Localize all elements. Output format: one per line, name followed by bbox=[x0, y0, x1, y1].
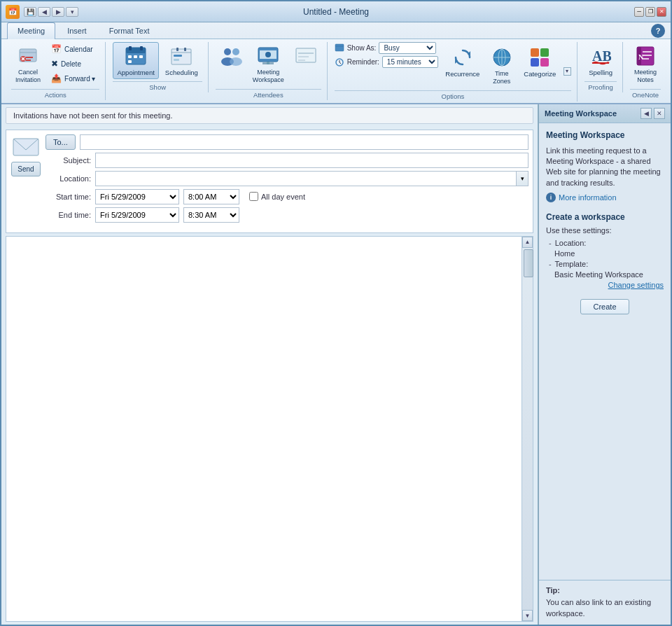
svg-point-23 bbox=[232, 48, 239, 55]
scheduling-icon bbox=[170, 45, 192, 67]
body-text-editor[interactable] bbox=[6, 237, 522, 621]
scroll-down-button[interactable]: ▼ bbox=[522, 610, 533, 621]
attendees-group-label: Attendees bbox=[216, 89, 321, 99]
end-time-row: End time: Fri 5/29/2009 8:30 AM bbox=[46, 207, 528, 223]
appointment-icon bbox=[125, 45, 147, 67]
svg-point-27 bbox=[265, 52, 271, 57]
options-expand-button[interactable]: ▾ bbox=[564, 67, 571, 76]
more-info-link[interactable]: i More information bbox=[546, 193, 664, 202]
ribbon-group-show: Appointment bbox=[107, 42, 208, 92]
categorize-icon bbox=[528, 46, 551, 69]
svg-rect-19 bbox=[184, 48, 186, 51]
svg-point-21 bbox=[224, 48, 231, 55]
nav-save-btn[interactable]: 💾 bbox=[24, 7, 36, 17]
tab-format-text[interactable]: Format Text bbox=[99, 22, 160, 39]
time-zones-button[interactable]: TimeZones bbox=[487, 43, 517, 88]
meeting-notes-button[interactable]: N MeetingNotes bbox=[630, 42, 661, 87]
more-info-label: More information bbox=[559, 193, 617, 202]
reminder-select[interactable]: 15 minutes None 5 minutes 10 minutes 30 … bbox=[382, 56, 438, 68]
to-input[interactable] bbox=[80, 134, 528, 150]
tab-meeting[interactable]: Meeting bbox=[7, 22, 55, 39]
help-button[interactable]: ? bbox=[651, 24, 665, 38]
subject-label: Subject: bbox=[46, 156, 91, 165]
to-row: To... bbox=[46, 134, 528, 150]
right-panel-header: Meeting Workspace ◀ ✕ bbox=[539, 104, 671, 123]
tab-insert[interactable]: Insert bbox=[57, 22, 97, 39]
restore-button[interactable]: ❐ bbox=[645, 7, 655, 17]
title-bar-left: 📅 💾 ◀ ▶ ▾ bbox=[6, 5, 78, 19]
ribbon-group-options: Show As: Busy Free Tentative Out of Offi… bbox=[329, 42, 578, 102]
notification-bar: Invitations have not been sent for this … bbox=[6, 107, 533, 124]
spelling-button[interactable]: ABC Spelling bbox=[584, 42, 617, 79]
scheduling-button[interactable]: Scheduling bbox=[161, 42, 202, 79]
ribbon-group-proofing: ABC Spelling Proofing bbox=[579, 42, 623, 92]
start-time-label: Start time: bbox=[46, 193, 91, 201]
use-settings-text: Use these settings: bbox=[546, 226, 664, 235]
body-text-area: ▲ ▼ bbox=[6, 236, 533, 622]
categorize-button[interactable]: Categorize bbox=[521, 43, 559, 81]
location-input[interactable] bbox=[95, 171, 516, 186]
form-area: Send To... Subject: Location: bbox=[6, 130, 533, 233]
time-zones-label: TimeZones bbox=[493, 70, 510, 85]
right-panel-controls: ◀ ✕ bbox=[640, 108, 665, 119]
end-time-select[interactable]: 8:30 AM bbox=[183, 207, 239, 223]
delete-label: Delete bbox=[61, 60, 81, 68]
all-day-checkbox[interactable] bbox=[249, 192, 258, 201]
show-as-select[interactable]: Busy Free Tentative Out of Office bbox=[379, 42, 436, 54]
close-button[interactable]: ✕ bbox=[657, 7, 666, 17]
nav-menu-btn[interactable]: ▾ bbox=[66, 7, 78, 17]
panel-close-button[interactable]: ✕ bbox=[654, 108, 665, 119]
nav-forward-btn[interactable]: ▶ bbox=[52, 7, 64, 17]
start-date-select[interactable]: Fri 5/29/2009 bbox=[95, 189, 179, 204]
cancel-invitation-button[interactable]: CancelInvitation bbox=[11, 42, 45, 87]
svg-text:N: N bbox=[638, 53, 644, 61]
meeting-workspace-icon bbox=[257, 45, 279, 67]
meeting-workspace-button[interactable]: MeetingWorkspace bbox=[248, 42, 288, 87]
create-workspace-button[interactable]: Create bbox=[580, 299, 629, 314]
to-button[interactable]: To... bbox=[46, 134, 76, 150]
reminder-icon-label bbox=[335, 57, 344, 67]
show-group-label: Show bbox=[113, 81, 202, 91]
appointment-button[interactable]: Appointment bbox=[113, 42, 158, 79]
recurrence-icon bbox=[451, 46, 474, 69]
options-buttons: Show As: Busy Free Tentative Out of Offi… bbox=[335, 42, 571, 88]
nav-back-btn[interactable]: ◀ bbox=[38, 7, 50, 17]
spelling-label: Spelling bbox=[589, 69, 612, 76]
time-zones-icon bbox=[491, 46, 513, 69]
forward-button[interactable]: 📤 Forward ▾ bbox=[47, 71, 99, 85]
svg-rect-45 bbox=[531, 48, 539, 57]
svg-line-38 bbox=[340, 62, 341, 64]
svg-rect-17 bbox=[174, 55, 182, 57]
svg-rect-18 bbox=[174, 59, 179, 61]
panel-collapse-button[interactable]: ◀ bbox=[640, 108, 652, 119]
attendees-button[interactable] bbox=[216, 42, 246, 71]
change-settings-link[interactable]: Change settings bbox=[546, 281, 664, 289]
minimize-button[interactable]: ─ bbox=[634, 7, 644, 17]
attendees-add-button[interactable] bbox=[290, 42, 321, 71]
onenote-buttons: N MeetingNotes bbox=[630, 42, 661, 87]
show-as-row: Show As: Busy Free Tentative Out of Offi… bbox=[335, 42, 438, 54]
svg-rect-10 bbox=[140, 46, 143, 50]
attendees-add-icon bbox=[295, 45, 317, 67]
calendar-button[interactable]: 📅 Calendar bbox=[47, 42, 99, 56]
reminder-row: Reminder: 15 minutes None 5 minutes 10 m… bbox=[335, 56, 438, 68]
end-date-select[interactable]: Fri 5/29/2009 bbox=[95, 207, 179, 223]
location-setting: - Location: bbox=[546, 239, 664, 247]
send-button[interactable]: Send bbox=[11, 162, 40, 176]
all-day-label: All day event bbox=[249, 192, 305, 201]
forward-label: Forward ▾ bbox=[64, 75, 95, 83]
scroll-thumb[interactable] bbox=[524, 249, 533, 277]
recurrence-button[interactable]: Recurrence bbox=[442, 43, 483, 81]
tip-title: Tip: bbox=[546, 586, 664, 594]
start-time-select[interactable]: 8:00 AM bbox=[183, 189, 239, 204]
location-field: ▾ bbox=[95, 171, 528, 186]
ribbon-group-attendees: MeetingWorkspace Attendees bbox=[210, 42, 328, 100]
delete-button[interactable]: ✖ Delete bbox=[47, 57, 99, 71]
svg-rect-29 bbox=[267, 62, 270, 64]
scroll-up-button[interactable]: ▲ bbox=[522, 237, 533, 248]
calendar-icon: 📅 bbox=[51, 44, 62, 54]
subject-input[interactable] bbox=[95, 153, 528, 168]
end-time-label: End time: bbox=[46, 211, 91, 219]
location-dropdown-button[interactable]: ▾ bbox=[516, 171, 528, 186]
right-panel-content: Meeting Workspace Link this meeting requ… bbox=[539, 123, 671, 580]
